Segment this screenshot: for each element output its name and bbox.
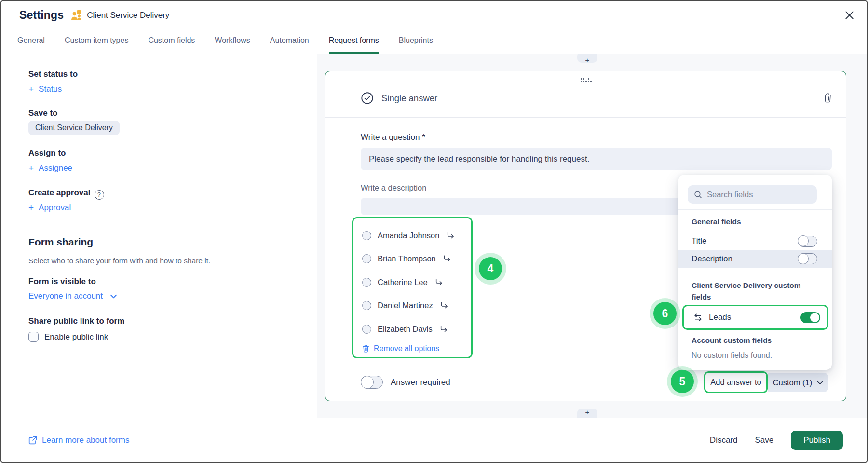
- drag-handle-icon[interactable]: [580, 78, 592, 82]
- answer-required-label: Answer required: [391, 378, 450, 387]
- description-label: Write a description: [361, 183, 426, 192]
- panel-divider: [678, 209, 832, 210]
- option-label[interactable]: Elizabeth Davis: [378, 325, 433, 334]
- branch-logic-icon[interactable]: [443, 255, 451, 262]
- publish-button[interactable]: Publish: [791, 431, 843, 450]
- tab-workflows[interactable]: Workflows: [215, 31, 250, 54]
- add-question-button-partial-top[interactable]: +: [577, 54, 597, 63]
- branch-logic-icon[interactable]: [440, 326, 448, 333]
- share-public-link-label: Share public link to form: [28, 316, 124, 326]
- form-sharing-heading: Form sharing: [28, 236, 93, 248]
- general-fields-section-label: General fields: [692, 216, 741, 228]
- search-fields-box[interactable]: [688, 185, 817, 204]
- field-title-label: Title: [692, 236, 707, 246]
- field-title-toggle[interactable]: [798, 236, 817, 247]
- trash-icon: [362, 344, 369, 353]
- option-label[interactable]: Brian Thompson: [378, 254, 436, 263]
- enable-public-link-checkbox[interactable]: [28, 332, 39, 342]
- step-number: 6: [653, 302, 677, 325]
- add-approval-button[interactable]: + Approval: [28, 203, 71, 213]
- project-name: Client Service Delivery: [87, 11, 169, 20]
- custom-fields-section-label: Client Service Delivery custom fields: [692, 280, 810, 303]
- radio-icon[interactable]: [362, 278, 371, 287]
- field-row-title[interactable]: Title: [678, 232, 832, 250]
- option-row: Daniel Martinez: [362, 294, 471, 318]
- option-row: Brian Thompson: [362, 247, 471, 271]
- option-label[interactable]: Catherine Lee: [378, 278, 428, 287]
- tab-request-forms[interactable]: Request forms: [329, 31, 379, 54]
- step-number: 4: [479, 257, 502, 280]
- field-description-toggle[interactable]: [798, 253, 817, 264]
- visible-to-value: Everyone in account: [28, 291, 103, 301]
- remove-all-options-label: Remove all options: [374, 344, 439, 353]
- custom-button-label: Custom (1): [773, 378, 813, 387]
- radio-icon[interactable]: [362, 231, 371, 240]
- radio-icon[interactable]: [362, 301, 371, 310]
- step-annotation-4: 4: [475, 253, 506, 285]
- footer-bar: Learn more about forms Discard Save Publ…: [1, 418, 867, 462]
- radio-icon[interactable]: [362, 254, 371, 263]
- add-answer-to-button[interactable]: Add answer to: [704, 371, 768, 393]
- add-status-label: Status: [39, 84, 62, 94]
- remove-all-options-button[interactable]: Remove all options: [362, 344, 471, 353]
- page-title: Settings: [19, 9, 64, 22]
- chevron-down-icon: [817, 381, 823, 385]
- team-icon: [70, 9, 82, 21]
- form-settings-sidebar: Set status to + Status Save to Client Se…: [1, 54, 317, 418]
- search-icon: [694, 191, 702, 199]
- enable-public-link-row: Enable public link: [28, 332, 108, 342]
- step-annotation-5: 5: [667, 366, 698, 397]
- add-question-button-partial-bottom[interactable]: +: [577, 409, 597, 418]
- discard-button[interactable]: Discard: [710, 436, 738, 445]
- branch-logic-icon[interactable]: [435, 279, 443, 286]
- card-divider: [326, 117, 846, 118]
- add-assignee-label: Assignee: [39, 163, 72, 173]
- settings-tabs: General Custom item types Custom fields …: [17, 31, 433, 54]
- tab-general[interactable]: General: [17, 31, 45, 54]
- plus-icon: +: [28, 163, 34, 174]
- save-button[interactable]: Save: [755, 436, 773, 445]
- account-fields-section-label: Account custom fields: [692, 335, 772, 346]
- plus-icon: +: [28, 203, 34, 213]
- field-description-label: Description: [692, 254, 732, 264]
- enable-public-link-label: Enable public link: [44, 332, 108, 342]
- plus-icon: +: [28, 84, 34, 95]
- help-icon[interactable]: ?: [95, 190, 104, 200]
- delete-question-icon[interactable]: [823, 93, 832, 105]
- branch-logic-icon[interactable]: [440, 302, 448, 309]
- create-approval-label: Create approval?: [28, 188, 104, 200]
- add-approval-label: Approval: [39, 203, 71, 213]
- options-annotation-box: Amanda Johnson Brian Thompson Catherine …: [352, 217, 473, 358]
- field-row-leads-annotated[interactable]: Leads: [682, 305, 828, 330]
- add-assignee-button[interactable]: + Assignee: [28, 163, 72, 174]
- tab-blueprints[interactable]: Blueprints: [399, 31, 433, 54]
- tab-custom-fields[interactable]: Custom fields: [148, 31, 195, 54]
- close-icon[interactable]: [843, 9, 855, 21]
- option-row: Elizabeth Davis: [362, 317, 471, 341]
- option-label[interactable]: Amanda Johnson: [378, 231, 439, 240]
- search-fields-input[interactable]: [707, 190, 803, 199]
- no-custom-fields-text: No custom fields found.: [692, 351, 772, 360]
- custom-fields-dropdown-button[interactable]: Custom (1): [768, 373, 828, 392]
- visible-to-dropdown[interactable]: Everyone in account: [28, 291, 117, 301]
- branch-logic-icon[interactable]: [447, 232, 455, 239]
- option-label[interactable]: Daniel Martinez: [378, 301, 433, 310]
- single-answer-icon: [361, 92, 374, 105]
- add-status-button[interactable]: + Status: [28, 84, 62, 95]
- answer-required-toggle[interactable]: [361, 376, 383, 389]
- save-to-chip: Client Service Delivery: [28, 121, 120, 135]
- learn-more-link[interactable]: Learn more about forms: [28, 436, 129, 445]
- tab-custom-item-types[interactable]: Custom item types: [65, 31, 128, 54]
- radio-icon[interactable]: [362, 325, 371, 334]
- assign-to-label: Assign to: [28, 149, 66, 158]
- external-link-icon: [28, 436, 37, 445]
- chevron-down-icon: [110, 294, 117, 299]
- question-label: Write a question *: [361, 133, 425, 142]
- field-leads-toggle[interactable]: [800, 312, 820, 323]
- field-row-description[interactable]: Description: [678, 250, 832, 268]
- question-input[interactable]: Please specify the lead responsible for …: [361, 148, 832, 170]
- tab-automation[interactable]: Automation: [270, 31, 309, 54]
- form-sharing-description: Select who to share your form with and h…: [28, 257, 210, 265]
- answer-required-row: Answer required: [361, 376, 450, 389]
- option-row: Amanda Johnson: [362, 224, 471, 247]
